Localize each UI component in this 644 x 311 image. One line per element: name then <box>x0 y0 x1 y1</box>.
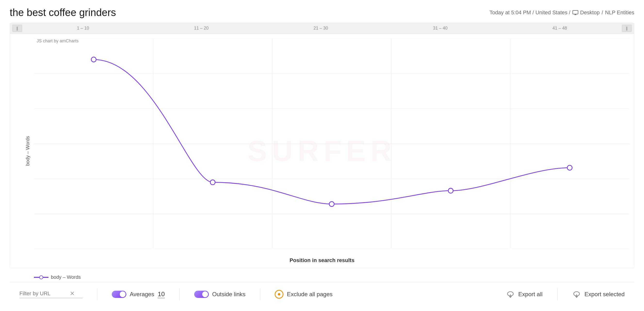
filter-clear-button[interactable]: ✕ <box>70 290 75 297</box>
export-selected-control[interactable]: Export selected <box>572 290 624 299</box>
header-separator: / <box>602 9 603 16</box>
export-selected-icon <box>572 290 581 299</box>
filter-url-container: ✕ <box>20 290 82 298</box>
svg-point-29 <box>568 165 572 170</box>
header-device: Desktop <box>580 9 600 16</box>
exclude-all-pages-control: Exclude all pages <box>275 290 332 299</box>
divider-2 <box>180 288 180 300</box>
scrollbar-range-4: 31 – 40 <box>433 26 448 31</box>
export-all-icon <box>506 290 515 299</box>
header-datetime: Today at 5:04 PM / United States / <box>490 9 570 16</box>
outside-links-control: Outside links <box>194 291 246 298</box>
outside-links-toggle[interactable] <box>194 291 209 298</box>
chart-svg: 5,000 4,500 4,000 3,500 3,000 2,500 1 - … <box>34 38 629 249</box>
divider-1 <box>97 288 97 300</box>
scrollbar-labels: 1 – 10 11 – 20 21 – 30 31 – 40 41 – 48 <box>24 26 620 31</box>
legend-label: body – Words <box>51 275 81 280</box>
legend-line <box>34 277 48 278</box>
scrollbar-left-handle[interactable]: ‖ <box>12 25 22 32</box>
divider-4 <box>557 288 558 300</box>
legend-area: body – Words <box>10 271 634 282</box>
scrollbar-range-3: 21 – 30 <box>314 26 328 31</box>
legend-item: body – Words <box>34 275 81 280</box>
export-selected-label: Export selected <box>584 291 624 298</box>
svg-rect-0 <box>573 10 578 14</box>
divider-3 <box>260 288 260 300</box>
header-analysis-type: NLP Entities <box>605 9 634 16</box>
averages-value[interactable]: 10 <box>158 291 165 298</box>
page-container: the best coffee grinders Today at 5:04 P… <box>0 0 644 311</box>
svg-point-27 <box>329 202 334 206</box>
exclude-all-pages-label: Exclude all pages <box>287 291 332 298</box>
cloud-download-icon <box>506 290 515 299</box>
svg-point-25 <box>91 57 96 62</box>
scrollbar-range-5: 41 – 48 <box>552 26 567 31</box>
svg-point-28 <box>448 188 453 193</box>
averages-toggle[interactable] <box>112 291 126 298</box>
outside-links-label: Outside links <box>212 291 246 298</box>
scrollbar-range-2: 11 – 20 <box>194 26 208 31</box>
averages-label: Averages <box>130 291 154 298</box>
scrollbar-top: ‖ 1 – 10 11 – 20 21 – 30 31 – 40 41 – 48… <box>10 23 634 34</box>
filter-url-input[interactable] <box>20 291 68 297</box>
monitor-icon <box>572 10 578 15</box>
cloud-download-selected-icon <box>572 290 581 299</box>
header: the best coffee grinders Today at 5:04 P… <box>10 7 634 18</box>
chart-inner: JS chart by amCharts SURFER body – Words <box>10 34 634 268</box>
scrollbar-right-handle[interactable]: ‖ <box>622 25 632 32</box>
page-title: the best coffee grinders <box>10 7 116 18</box>
averages-control: Averages 10 <box>112 291 165 298</box>
y-axis-label: body – Words <box>25 136 30 166</box>
bottom-bar: ✕ Averages 10 Outside links Exclude all … <box>10 282 634 306</box>
export-all-control[interactable]: Export all <box>506 290 543 299</box>
chart-area: ‖ 1 – 10 11 – 20 21 – 30 31 – 40 41 – 48… <box>10 23 634 268</box>
svg-point-26 <box>210 180 215 185</box>
exclude-icon[interactable] <box>275 290 284 299</box>
legend-dot <box>39 275 43 279</box>
scrollbar-range-1: 1 – 10 <box>77 26 89 31</box>
export-all-label: Export all <box>518 291 543 298</box>
x-axis-label: Position in search results <box>290 257 354 264</box>
header-meta: Today at 5:04 PM / United States / Deskt… <box>490 9 634 16</box>
